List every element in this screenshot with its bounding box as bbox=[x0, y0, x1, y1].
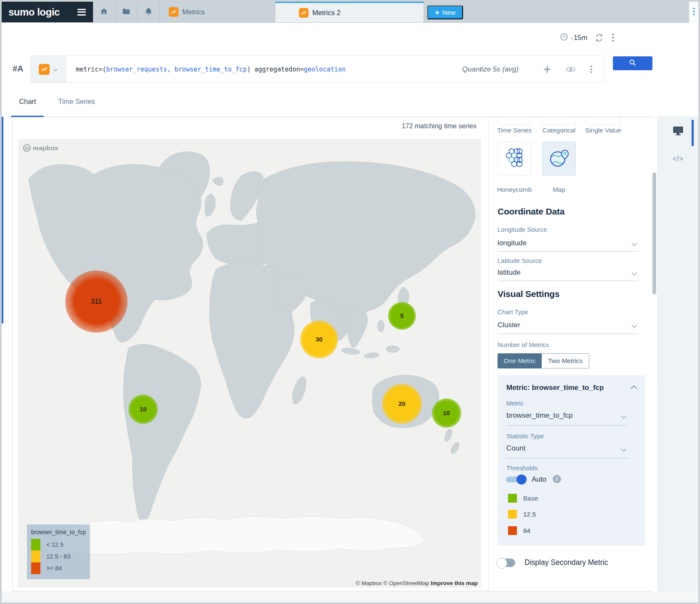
code-icon: </> bbox=[673, 155, 684, 163]
metrics-tab-icon bbox=[169, 7, 178, 17]
top-nav-bar: sumo logic Metrics Metrics 2 bbox=[2, 2, 698, 23]
time-range-selector[interactable]: -15m bbox=[560, 23, 588, 53]
coordinate-data-heading: Coordinate Data bbox=[498, 207, 564, 217]
tab-metrics2-active[interactable]: Metrics 2 bbox=[275, 2, 424, 22]
code-view-button[interactable]: </> bbox=[670, 151, 687, 167]
metrics-query-icon bbox=[39, 64, 50, 75]
map-cluster[interactable]: 311 bbox=[65, 270, 128, 333]
eye-visibility-icon[interactable] bbox=[566, 66, 576, 73]
chevron-up-icon[interactable] bbox=[631, 384, 637, 391]
improve-map-link[interactable]: Improve this map bbox=[431, 580, 478, 586]
cluster-layer: 311305102010 bbox=[18, 139, 481, 588]
map-globe-icon bbox=[548, 147, 570, 170]
query-section: #A metric=(browser_requests, browser_tim… bbox=[2, 53, 698, 86]
thresholds-label: Thresholds bbox=[506, 464, 538, 472]
tab-overflow-menu[interactable] bbox=[689, 2, 698, 23]
two-metrics-button[interactable]: Two Metrics bbox=[542, 353, 589, 368]
active-tool-indicator bbox=[692, 120, 694, 146]
library-nav-button[interactable] bbox=[115, 2, 138, 22]
legend-row: 12.5 - 83 bbox=[31, 551, 86, 562]
chart-type-label: Time Series bbox=[491, 127, 538, 134]
map-legend: browser_time_to_fcp < 12.5 12.5 - 83 >= … bbox=[27, 525, 90, 579]
chevron-down-icon[interactable] bbox=[621, 413, 626, 421]
map-cluster[interactable]: 20 bbox=[382, 384, 422, 424]
metrics-tab-icon bbox=[299, 8, 309, 18]
legend-title: browser_time_to_fcp bbox=[31, 529, 86, 535]
new-tab-button[interactable]: + New bbox=[427, 5, 463, 19]
results-card: 172 matching time series bbox=[12, 117, 652, 591]
auto-thresholds-toggle[interactable] bbox=[506, 477, 525, 482]
tab-metrics[interactable]: Metrics bbox=[160, 2, 275, 22]
auto-label: Auto bbox=[532, 475, 546, 484]
query-more-menu-icon[interactable] bbox=[590, 65, 592, 73]
page-header: Metrics Explorer -15m Add To Dashboard bbox=[2, 23, 698, 53]
home-icon bbox=[99, 7, 109, 18]
info-icon[interactable]: i bbox=[553, 475, 561, 483]
chart-type-time-series[interactable] bbox=[498, 117, 531, 125]
metric-card-title: Metric: browser_time_to_fcp bbox=[506, 384, 604, 392]
map-cluster[interactable]: 5 bbox=[388, 302, 416, 330]
quantize-setting[interactable]: Quantize 5s (avg) bbox=[462, 56, 519, 82]
query-type-selector[interactable] bbox=[31, 56, 66, 82]
header-more-menu-icon[interactable] bbox=[612, 33, 614, 42]
map-attribution: © Mapbox © OpenStreetMap Improve this ma… bbox=[356, 580, 478, 586]
statistic-type-select[interactable]: Count bbox=[506, 444, 525, 453]
longitude-source-select[interactable]: longitude bbox=[498, 239, 527, 247]
view-tabs: Chart Time Series bbox=[2, 86, 698, 117]
map-pane: 172 matching time series bbox=[13, 117, 489, 591]
query-row-label: #A bbox=[13, 64, 24, 74]
threshold-swatch-mid bbox=[508, 510, 517, 519]
map-cluster[interactable]: 10 bbox=[432, 398, 461, 428]
threshold-swatch-high bbox=[508, 526, 517, 535]
one-metric-button[interactable]: One Metric bbox=[498, 353, 542, 368]
run-search-button[interactable] bbox=[613, 56, 652, 70]
tab-chart[interactable]: Chart bbox=[11, 86, 44, 117]
tab-label: Metrics bbox=[182, 8, 205, 16]
map-cluster[interactable]: 10 bbox=[128, 395, 158, 424]
chevron-down-icon[interactable] bbox=[631, 270, 637, 278]
plus-icon: + bbox=[435, 8, 439, 16]
visual-settings-heading: Visual Settings bbox=[498, 289, 559, 299]
legend-row: >= 84 bbox=[31, 562, 86, 574]
bell-icon bbox=[144, 7, 153, 18]
monitor-icon bbox=[673, 126, 684, 138]
chevron-down-icon[interactable] bbox=[631, 323, 637, 330]
chart-type-categorical[interactable] bbox=[542, 117, 576, 125]
query-card: metric=(browser_requests, browser_time_t… bbox=[30, 56, 604, 83]
statistic-type-label: Statistic Type bbox=[506, 432, 544, 440]
home-nav-button[interactable] bbox=[93, 2, 115, 22]
clock-icon bbox=[560, 33, 568, 43]
map-canvas[interactable]: 311305102010 m mapbox browser_time_to_fc… bbox=[18, 139, 481, 588]
chevron-down-icon[interactable] bbox=[621, 446, 626, 453]
mapbox-logo[interactable]: m mapbox bbox=[23, 144, 59, 152]
tab-time-series[interactable]: Time Series bbox=[56, 86, 98, 117]
display-mode-button[interactable] bbox=[670, 123, 687, 140]
chart-type-label: Map bbox=[536, 186, 582, 193]
threshold-label: 12.5 bbox=[523, 511, 536, 518]
tab-label: Metrics 2 bbox=[312, 9, 341, 17]
legend-row: < 12.5 bbox=[31, 539, 86, 551]
latitude-source-select[interactable]: latitude bbox=[498, 268, 521, 277]
map-cluster[interactable]: 30 bbox=[300, 321, 338, 358]
query-input[interactable]: metric=(browser_requests, browser_time_t… bbox=[66, 56, 346, 82]
chevron-down-icon bbox=[53, 66, 58, 73]
alerts-nav-button[interactable] bbox=[138, 2, 160, 22]
chart-type-map-selected[interactable] bbox=[542, 142, 576, 175]
number-of-metrics-label: Number of Metrics bbox=[498, 341, 549, 348]
add-operator-icon[interactable] bbox=[543, 65, 551, 74]
refresh-icon[interactable] bbox=[594, 33, 604, 42]
panel-accent-bar bbox=[2, 117, 3, 323]
threshold-label: 84 bbox=[523, 527, 530, 535]
threshold-label: Base bbox=[523, 495, 538, 502]
sumo-logic-logo[interactable]: sumo logic bbox=[2, 2, 93, 22]
panel-scrollbar-thumb[interactable] bbox=[652, 172, 656, 294]
secondary-metric-row: Display Secondary Metric bbox=[498, 558, 608, 567]
hamburger-menu-icon[interactable] bbox=[77, 9, 86, 16]
chart-type-honeycomb[interactable] bbox=[498, 142, 531, 175]
metric-select[interactable]: browser_time_to_fcp bbox=[506, 411, 573, 420]
visual-settings-panel: Time Series Categorical Single Value bbox=[489, 117, 652, 591]
chart-type-select[interactable]: Cluster bbox=[498, 321, 520, 329]
chevron-down-icon[interactable] bbox=[631, 241, 637, 248]
chart-type-single-value[interactable] bbox=[586, 117, 620, 125]
display-secondary-metric-toggle[interactable] bbox=[498, 559, 515, 567]
